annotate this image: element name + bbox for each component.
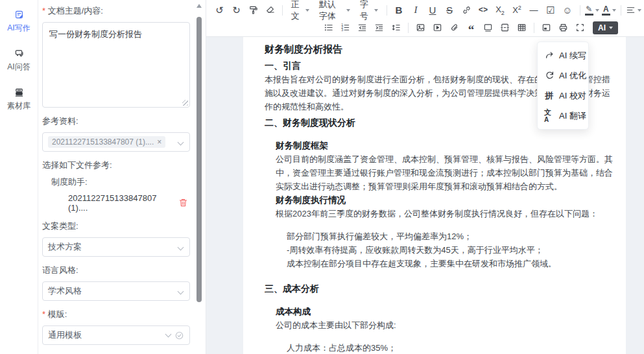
page-break-button[interactable] — [497, 21, 513, 35]
strikethrough-button[interactable]: S — [442, 3, 458, 18]
doc-paragraph — [265, 296, 618, 305]
code-block-icon — [483, 23, 493, 32]
horizontal-rule-icon: — — [530, 6, 538, 14]
ai-menu-item-1[interactable]: AI 续写 — [538, 45, 588, 65]
emoji-button[interactable]: ☺ — [560, 3, 576, 18]
print-icon — [558, 23, 568, 32]
topic-textarea[interactable]: 写一份财务制度分析报告 — [42, 22, 190, 108]
toolbar-row-2: 123“AI — [211, 19, 641, 36]
format-painter-button[interactable] — [245, 3, 261, 18]
panel-button[interactable] — [538, 21, 555, 35]
undo-button[interactable]: ↺ — [211, 3, 228, 18]
code-block-button[interactable] — [480, 21, 496, 35]
tag-close-icon[interactable]: × — [157, 137, 161, 147]
ai-writing-form-panel: 文档主题/内容: 写一份财务制度分析报告 参考资料: 2021122715133… — [38, 0, 193, 354]
blockquote-icon: “ — [468, 21, 475, 33]
video-button[interactable] — [429, 21, 446, 35]
doc-paragraph — [265, 130, 618, 139]
sidebar-item-ai-writing[interactable]: AI写作 — [7, 8, 30, 34]
link-icon — [462, 5, 471, 15]
doc-heading: 三、成本分析 — [265, 281, 618, 296]
emoji-icon: ☺ — [562, 5, 572, 15]
blockquote-button[interactable]: “ — [463, 21, 479, 35]
bold-icon: B — [396, 5, 403, 15]
table-button[interactable] — [514, 21, 530, 35]
copy-type-label: 文案类型: — [42, 220, 191, 232]
font-size-dropdown[interactable]: 字号 — [355, 3, 383, 18]
language-style-label: 语言风格: — [42, 265, 191, 276]
link-button[interactable] — [459, 3, 475, 18]
ai-translate-icon: 文A — [544, 111, 555, 121]
chevron-down-icon — [305, 9, 309, 12]
print-button[interactable] — [555, 21, 571, 35]
language-style-select[interactable]: 学术风格 — [42, 281, 190, 301]
file-name: 2021122715133847807 (1).... — [68, 193, 178, 213]
superscript-button[interactable]: X2 — [509, 3, 525, 18]
reference-file-tag: 2021122715133847807 (1).... × — [48, 136, 165, 148]
template-select[interactable]: 通用模板 — [42, 325, 190, 345]
ai-optimize-icon — [544, 71, 555, 81]
svg-text:3: 3 — [341, 28, 343, 32]
ai-menu-item-3[interactable]: 拼AI 校对 — [538, 86, 588, 106]
highlight-color-icon: ✎ — [585, 5, 593, 16]
ai-menu-item-4[interactable]: 文AAI 翻译 — [538, 106, 588, 126]
doc-paragraph: -周转效率有待提高，应收账款周转天数为45天，高于行业平均水平； — [265, 243, 618, 257]
table-icon — [517, 23, 527, 32]
indent-button[interactable] — [371, 21, 387, 35]
redo-button[interactable]: ↻ — [228, 3, 244, 18]
format-painter-icon — [248, 5, 258, 15]
app-window: AI写作AI问答素材库 文档主题/内容: 写一份财务制度分析报告 参考资料: 2… — [0, 0, 644, 354]
delete-file-icon[interactable] — [178, 198, 189, 208]
chevron-down-icon — [346, 9, 350, 12]
task-list-button[interactable]: ☑ — [543, 3, 559, 18]
font-family-dropdown[interactable]: 默认字体 — [315, 3, 355, 18]
file-section-label: 选择如下文件参考: — [42, 159, 191, 171]
file-row: 2021122715133847807 (1).... — [68, 193, 191, 213]
font-size-dropdown-label: 字号 — [360, 0, 371, 22]
ai-menu-item-label: AI 翻译 — [559, 110, 586, 122]
align-button[interactable] — [625, 3, 641, 18]
superscript-icon: X2 — [512, 5, 521, 15]
ai-button-label: AI — [598, 23, 606, 32]
scrollbar-thumb[interactable] — [197, 17, 202, 302]
sidebar-item-label: AI写作 — [7, 23, 30, 34]
ai-tools-button[interactable]: AI — [593, 21, 618, 34]
chevron-down-icon — [178, 289, 184, 295]
attachment-button[interactable] — [446, 21, 462, 35]
fullscreen-icon — [575, 23, 585, 32]
bold-button[interactable]: B — [391, 3, 407, 18]
paragraph-style-dropdown[interactable]: 正文 — [287, 3, 314, 18]
toolbar-divider — [580, 5, 580, 16]
bullet-list-button[interactable] — [320, 21, 337, 35]
fullscreen-button[interactable] — [572, 21, 588, 35]
chevron-down-icon — [178, 139, 184, 146]
italic-icon: I — [414, 5, 418, 15]
underline-icon: U — [429, 5, 436, 15]
chevron-down-icon — [638, 9, 641, 12]
sidebar-item-material-library[interactable]: 素材库 — [7, 86, 30, 112]
ai-menu-item-2[interactable]: AI 优化 — [538, 65, 588, 86]
subscript-button[interactable]: X2 — [492, 3, 508, 18]
inline-code-button[interactable]: <> — [475, 3, 492, 18]
ordered-list-button[interactable]: 123 — [337, 21, 353, 35]
scroll-up-arrow-icon[interactable] — [197, 4, 202, 8]
italic-button[interactable]: I — [408, 3, 424, 18]
toolbar-divider — [408, 23, 409, 33]
textarea-resize-handle[interactable] — [182, 100, 188, 106]
copy-type-select[interactable]: 技术方案 — [42, 237, 190, 257]
doc-paragraph: 成本控制在部分项目中存在超支现象，主要集中在研发和市场推广领域。 — [265, 257, 618, 270]
image-button[interactable] — [412, 21, 429, 35]
highlight-color-button[interactable]: ✎ — [584, 3, 600, 18]
font-color-button[interactable]: A — [601, 3, 617, 18]
chevron-down-icon — [595, 9, 599, 12]
sidebar-item-ai-qa[interactable]: AI问答 — [7, 47, 30, 73]
doc-heading: 财务制度框架 — [265, 139, 618, 152]
outdent-button[interactable] — [354, 21, 370, 35]
underline-button[interactable]: U — [425, 3, 441, 18]
ai-writing-icon — [12, 8, 25, 21]
eraser-button[interactable] — [262, 3, 278, 18]
reference-select[interactable]: 2021122715133847807 (1).... × — [42, 132, 190, 152]
horizontal-rule-button[interactable]: — — [526, 3, 542, 18]
line-spacing-button[interactable] — [388, 21, 404, 35]
doc-paragraph: 部分部门预算执行偏差较大，平均偏差率为12%； — [265, 230, 618, 243]
